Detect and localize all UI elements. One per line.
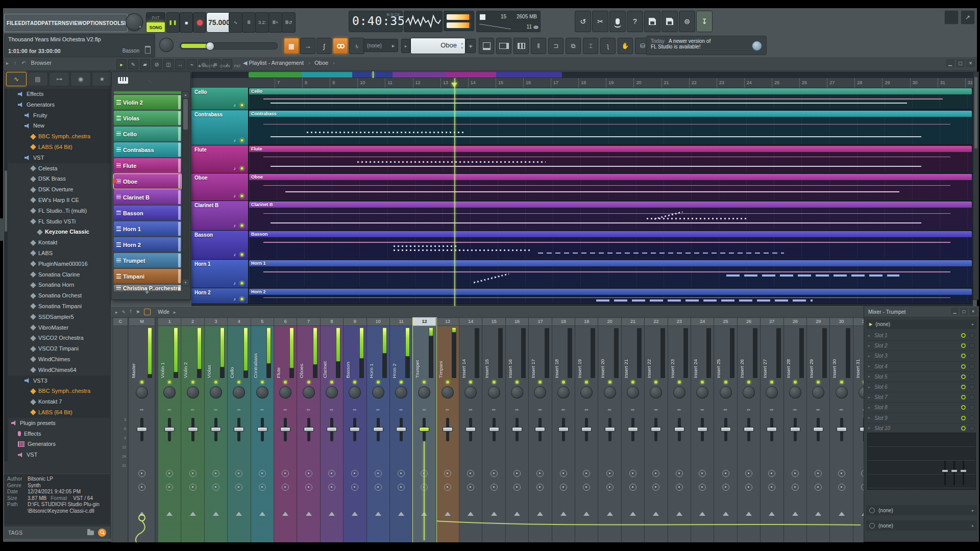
pattern-clip[interactable]: Clarinet B: [249, 202, 972, 229]
send-knob[interactable]: [166, 470, 173, 477]
browser-back-icon[interactable]: ↶: [21, 60, 26, 66]
browser-tab-favorites[interactable]: ★: [92, 72, 112, 86]
route-arrow-icon[interactable]: [746, 512, 752, 516]
send-knob[interactable]: [792, 470, 799, 477]
route-arrow-icon[interactable]: [723, 512, 729, 516]
fx-slot-10[interactable]: ▸Slot 10: [866, 423, 977, 434]
fx-slot-4[interactable]: ▸Slot 4: [866, 362, 977, 372]
touch-icon[interactable]: ✋: [618, 38, 633, 54]
slider-handle[interactable]: [206, 42, 214, 51]
browser-item-vst[interactable]: VST: [8, 449, 110, 460]
microphone-icon[interactable]: [609, 11, 626, 32]
route-arrow-icon[interactable]: [653, 512, 659, 516]
fx-slot-2[interactable]: ▸Slot 2: [866, 341, 977, 351]
send-knob[interactable]: [328, 484, 335, 491]
pan-knob[interactable]: [511, 386, 523, 398]
fader-handle[interactable]: [674, 427, 684, 432]
mixer-track-29-insert-29[interactable]: 29Insert 29◂▸: [807, 318, 830, 542]
route-arrow-icon[interactable]: [352, 512, 358, 516]
send-knob[interactable]: [351, 484, 358, 491]
pat-song-toggle[interactable]: PAT SONG: [146, 12, 165, 33]
mixer-grid-icon[interactable]: ▦: [284, 38, 299, 54]
blank-corner-button[interactable]: [944, 10, 959, 24]
typing-target-dropdown[interactable]: (none)▸: [363, 39, 398, 52]
mute-led[interactable]: [260, 380, 264, 384]
pan-knob[interactable]: [464, 386, 477, 398]
mute-led[interactable]: [631, 380, 635, 384]
pattern-prev-button[interactable]: ▸: [401, 39, 410, 53]
mute-led[interactable]: [330, 380, 334, 384]
browser-item-bbc-symph-chestra[interactable]: BBC Symph..chestra: [8, 131, 110, 142]
send-knob[interactable]: [513, 470, 521, 477]
send-knob[interactable]: [745, 470, 752, 477]
channel-mute-strip[interactable]: [178, 95, 181, 109]
channel-mute-strip[interactable]: [178, 174, 181, 188]
route-arrow-icon[interactable]: [815, 512, 821, 516]
channel-mute-strip[interactable]: [178, 143, 181, 157]
send-knob[interactable]: [560, 484, 567, 491]
mute-led[interactable]: [677, 380, 681, 384]
send-knob[interactable]: [305, 470, 312, 477]
pan-knob[interactable]: [650, 386, 662, 398]
mixer-track-11-hron-2[interactable]: 11Hron 2◂▸: [390, 318, 413, 542]
browser-item-dsk-overture[interactable]: DSK Overture: [8, 184, 110, 195]
fader-handle[interactable]: [581, 427, 592, 432]
send-knob[interactable]: [513, 484, 521, 491]
arrangement-overview-strip[interactable]: [249, 72, 562, 78]
mute-led[interactable]: [561, 380, 566, 384]
send-knob[interactable]: [444, 470, 451, 477]
pan-knob[interactable]: [256, 386, 268, 398]
track-led[interactable]: [240, 223, 244, 228]
slice-tool-icon[interactable]: ⌁: [187, 59, 197, 69]
sidechain-row[interactable]: (none) ▸: [866, 520, 977, 531]
menu-item-view[interactable]: VIEW: [69, 20, 82, 26]
browser-item-sonatina-clarine[interactable]: Sonatina Clarine: [8, 269, 110, 280]
route-arrow-icon[interactable]: [537, 512, 543, 516]
mute-led[interactable]: [446, 380, 450, 384]
route-arrow-icon[interactable]: [236, 512, 242, 516]
loop-record-icon[interactable]: Ⅲ↺: [282, 12, 296, 33]
cut-icon[interactable]: ✂: [592, 11, 608, 32]
browser-item-vibromaster[interactable]: VibroMaster: [8, 322, 110, 333]
pattern-clip[interactable]: Basson: [249, 231, 972, 258]
stop-button[interactable]: ■: [180, 12, 193, 33]
fader-handle[interactable]: [512, 427, 522, 432]
mixer-track-17-insert-17[interactable]: 17Insert 17◂▸: [529, 318, 552, 542]
mixer-track-28-insert-28[interactable]: 28Insert 28◂▸: [784, 318, 807, 542]
pan-knob[interactable]: [395, 386, 407, 398]
browser-item-labs-64-bit[interactable]: LABS (64 Bit): [8, 407, 110, 418]
mixer-track-20-insert-20[interactable]: 20Insert 20◂▸: [598, 318, 621, 542]
detach-window-icon[interactable]: ↗: [961, 10, 975, 24]
slot-led[interactable]: [961, 354, 966, 358]
send-knob[interactable]: [398, 484, 405, 491]
browser-item-ew-s-harp-ii-ce[interactable]: EW's Harp II CE: [8, 195, 110, 206]
send-knob[interactable]: [536, 470, 544, 477]
trash-icon[interactable]: [145, 46, 151, 54]
maximize-icon[interactable]: ▢: [956, 59, 965, 67]
mute-led[interactable]: [840, 380, 844, 384]
browser-up-icon[interactable]: ↑: [14, 60, 16, 66]
send-knob[interactable]: [138, 470, 145, 477]
route-arrow-icon[interactable]: [445, 512, 451, 516]
fader-handle[interactable]: [419, 427, 429, 432]
route-arrow-icon[interactable]: [190, 512, 196, 516]
route-arrow-icon[interactable]: [375, 512, 381, 516]
menu-item-add[interactable]: ADD: [30, 20, 41, 26]
save-icon[interactable]: [644, 11, 660, 32]
mute-led[interactable]: [492, 380, 496, 384]
pan-knob[interactable]: [720, 386, 732, 398]
eq-graph[interactable]: [867, 433, 976, 490]
eq-band-slider[interactable]: [953, 461, 955, 485]
track-led[interactable]: [240, 194, 244, 198]
channel-trumpet[interactable]: Trumpet: [114, 253, 181, 268]
mixer-track-19-insert-19[interactable]: 19Insert 19◂▸: [575, 318, 598, 542]
save-as-icon[interactable]: [662, 11, 678, 32]
browser-item-vsco2-orchestra[interactable]: VSCO2 Orchestra: [8, 333, 110, 343]
channel-oboe[interactable]: Oboe: [114, 174, 181, 189]
mute-led[interactable]: [376, 380, 380, 384]
fader-handle[interactable]: [188, 427, 198, 432]
send-knob[interactable]: [606, 470, 614, 477]
browser-tab-files[interactable]: ▤: [28, 72, 48, 86]
pattern-clip[interactable]: Oboe: [249, 174, 972, 199]
pan-knob[interactable]: [534, 386, 546, 398]
